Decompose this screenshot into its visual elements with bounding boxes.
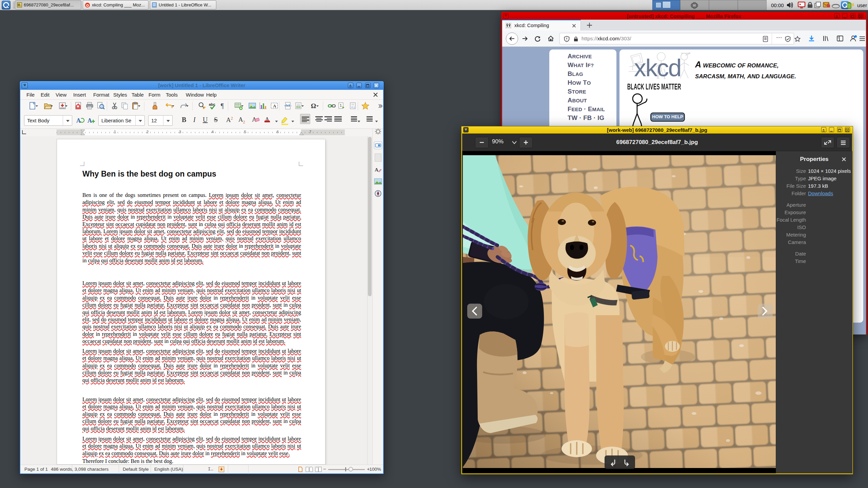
svg-text:A: A <box>76 117 81 124</box>
svg-text:¶: ¶ <box>221 102 224 109</box>
svg-text:1: 1 <box>353 106 355 109</box>
svg-text:A: A <box>87 117 92 124</box>
svg-text:Ω: Ω <box>311 102 316 109</box>
svg-text:A: A <box>375 167 378 172</box>
svg-text:A: A <box>273 103 276 108</box>
svg-text:1: 1 <box>340 103 342 107</box>
